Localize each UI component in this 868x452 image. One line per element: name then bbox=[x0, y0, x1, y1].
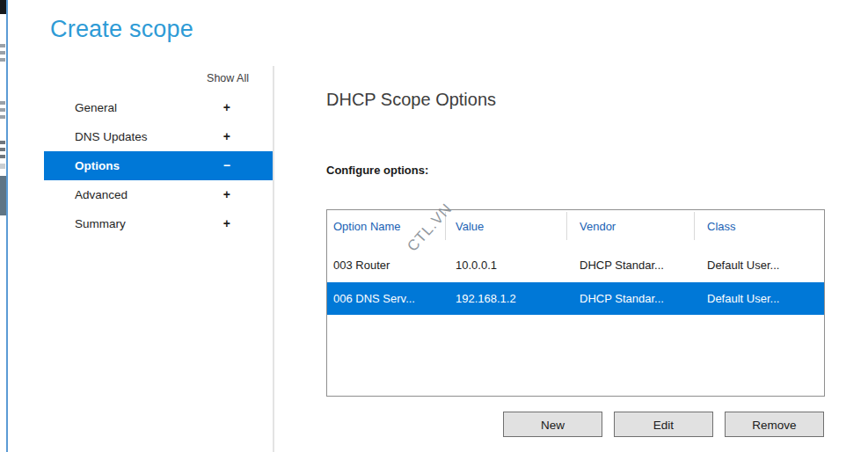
table-cell: 006 DNS Serv... bbox=[333, 282, 448, 315]
column-header-value[interactable]: Value bbox=[456, 210, 572, 244]
sidebar-item-label: Advanced bbox=[75, 180, 128, 209]
options-table-header: Option NameValueVendorClass bbox=[327, 210, 824, 244]
background-window-fragment bbox=[0, 164, 5, 169]
sidebar-nav: General+DNS Updates+Options−Advanced+Sum… bbox=[44, 93, 273, 238]
column-header-vendor[interactable]: Vendor bbox=[580, 210, 701, 244]
table-cell: 003 Router bbox=[333, 249, 448, 281]
page-section-heading: DHCP Scope Options bbox=[326, 90, 496, 110]
column-header-option-name[interactable]: Option Name bbox=[333, 210, 448, 244]
expand-icon[interactable]: + bbox=[223, 93, 230, 122]
expand-icon[interactable]: + bbox=[223, 180, 230, 209]
column-separator[interactable] bbox=[694, 212, 695, 240]
dialog-left-border bbox=[6, 0, 8, 452]
column-header-class[interactable]: Class bbox=[707, 210, 820, 244]
sidebar-item-label: Summary bbox=[75, 209, 126, 238]
sidebar-item-label: DNS Updates bbox=[75, 122, 148, 151]
column-separator[interactable] bbox=[445, 212, 446, 240]
table-row-003-router[interactable]: 003 Router10.0.0.1DHCP Standar...Default… bbox=[327, 249, 824, 281]
sidebar-item-label: General bbox=[75, 93, 117, 122]
page-title: Create scope bbox=[50, 16, 193, 43]
background-window-fragment bbox=[0, 141, 5, 144]
sidebar-item-summary[interactable]: Summary+ bbox=[44, 209, 273, 238]
sidebar-item-dns-updates[interactable]: DNS Updates+ bbox=[44, 122, 273, 151]
table-row-006-dns-serv[interactable]: 006 DNS Serv...192.168.1.2DHCP Standar..… bbox=[327, 282, 824, 315]
sidebar-item-advanced[interactable]: Advanced+ bbox=[44, 180, 273, 209]
background-window-fragment bbox=[0, 176, 6, 215]
table-cell: Default User... bbox=[707, 282, 820, 315]
show-all-link[interactable]: Show All bbox=[44, 72, 249, 84]
create-scope-wizard: Create scope Show All General+DNS Update… bbox=[0, 0, 868, 452]
sidebar-divider bbox=[273, 66, 274, 452]
sidebar-item-label: Options bbox=[75, 151, 120, 180]
background-window-fragment bbox=[0, 148, 5, 151]
expand-icon[interactable]: + bbox=[223, 122, 230, 151]
remove-button[interactable]: Remove bbox=[725, 412, 824, 437]
new-button[interactable]: New bbox=[503, 412, 602, 437]
table-cell: DHCP Standar... bbox=[580, 249, 701, 281]
background-window-fragment bbox=[0, 101, 5, 105]
table-cell: 192.168.1.2 bbox=[456, 282, 572, 315]
background-window-fragment bbox=[0, 58, 5, 62]
background-window-fragment bbox=[0, 51, 5, 55]
background-window-fragment bbox=[0, 155, 5, 158]
table-cell: DHCP Standar... bbox=[580, 282, 701, 315]
table-cell: Default User... bbox=[707, 249, 820, 281]
background-window-fragment bbox=[0, 115, 5, 119]
sidebar-item-options[interactable]: Options− bbox=[44, 151, 273, 180]
sidebar-item-general[interactable]: General+ bbox=[44, 93, 273, 122]
expand-icon[interactable]: + bbox=[223, 209, 230, 238]
edit-button[interactable]: Edit bbox=[614, 412, 713, 437]
background-window-fragment bbox=[0, 44, 5, 47]
collapse-icon[interactable]: − bbox=[223, 151, 230, 180]
column-separator[interactable] bbox=[566, 212, 567, 240]
table-cell: 10.0.0.1 bbox=[456, 249, 572, 281]
background-window-fragment bbox=[0, 108, 5, 112]
configure-options-label: Configure options: bbox=[326, 164, 428, 177]
background-window-fragment bbox=[0, 0, 6, 14]
options-table[interactable]: Option NameValueVendorClass 003 Router10… bbox=[326, 209, 825, 397]
